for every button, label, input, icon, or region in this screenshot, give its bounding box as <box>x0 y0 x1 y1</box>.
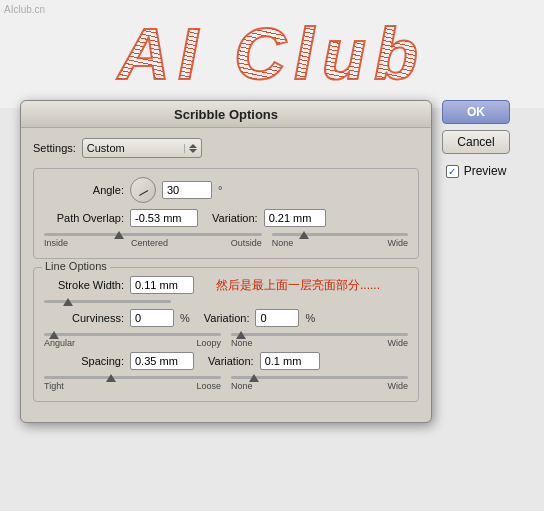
angle-unit: ° <box>218 184 222 196</box>
variation-1-thumb[interactable] <box>299 231 309 239</box>
variation-3-input[interactable] <box>260 352 320 370</box>
variation-3-thumb[interactable] <box>249 374 259 382</box>
preview-checkbox[interactable] <box>446 165 459 178</box>
line-options-group: Line Options Stroke Width: 然后是最上面一层亮面部分.… <box>33 267 419 402</box>
variation-2-slider-container: None Wide <box>231 333 408 348</box>
arrow-down-icon <box>189 149 197 153</box>
wide-label-2: Wide <box>387 338 408 348</box>
variation-3-labels: None Wide <box>231 381 408 391</box>
stroke-width-row: Stroke Width: 然后是最上面一层亮面部分...... <box>44 276 408 294</box>
curviness-thumb[interactable] <box>49 331 59 339</box>
spacing-label: Spacing: <box>44 355 124 367</box>
path-overlap-labels: Inside Centered Outside <box>44 238 262 248</box>
ai-club-logo: AI Club <box>118 13 426 95</box>
watermark: AIclub.cn <box>4 4 45 15</box>
none-label-2: None <box>231 338 253 348</box>
settings-dropdown[interactable]: Custom <box>82 138 202 158</box>
stroke-width-slider-container <box>44 300 171 303</box>
annotation-text: 然后是最上面一层亮面部分...... <box>216 277 380 294</box>
dialog-body: Settings: Custom Angle: ° <box>21 128 431 422</box>
variation-1-label: Variation: <box>212 212 258 224</box>
spacing-input[interactable] <box>130 352 194 370</box>
spacing-labels: Tight Loose <box>44 381 221 391</box>
none-label-1: None <box>272 238 294 248</box>
curviness-row: Curviness: % Variation: % <box>44 309 408 327</box>
background-area: AI Club <box>0 0 544 108</box>
curviness-unit: % <box>180 312 190 324</box>
line-options-label: Line Options <box>42 260 110 272</box>
loose-label: Loose <box>196 381 221 391</box>
curviness-track <box>44 333 221 336</box>
cancel-button[interactable]: Cancel <box>442 130 510 154</box>
variation-3-label: Variation: <box>208 355 254 367</box>
curviness-sliders-row: Angular Loopy None Wide <box>44 333 408 348</box>
path-overlap-track <box>44 233 262 236</box>
wide-label-3: Wide <box>387 381 408 391</box>
stroke-width-label: Stroke Width: <box>44 279 124 291</box>
variation-2-unit: % <box>305 312 315 324</box>
path-overlap-row: Path Overlap: Variation: <box>44 209 408 227</box>
curviness-slider-container: Angular Loopy <box>44 333 221 348</box>
dialog-buttons: OK Cancel Preview <box>442 100 510 178</box>
inside-label: Inside <box>44 238 68 248</box>
arrow-up-icon <box>189 144 197 148</box>
path-overlap-thumb[interactable] <box>114 231 124 239</box>
settings-row: Settings: Custom <box>33 138 419 158</box>
preview-label: Preview <box>464 164 507 178</box>
curviness-label: Curviness: <box>44 312 124 324</box>
stroke-width-thumb[interactable] <box>63 298 73 306</box>
variation-1-track <box>272 233 408 236</box>
wide-label-1: Wide <box>387 238 408 248</box>
curviness-input[interactable] <box>130 309 174 327</box>
outside-label: Outside <box>231 238 262 248</box>
variation-3-track <box>231 376 408 379</box>
angle-row: Angle: ° <box>44 177 408 203</box>
stroke-width-track <box>44 300 171 303</box>
sliders-row: Inside Centered Outside None Wide <box>44 233 408 248</box>
loopy-label: Loopy <box>196 338 221 348</box>
stroke-width-input[interactable] <box>130 276 194 294</box>
spacing-track <box>44 376 221 379</box>
angle-label: Angle: <box>44 184 124 196</box>
variation-2-track <box>231 333 408 336</box>
curviness-labels: Angular Loopy <box>44 338 221 348</box>
dialog-title: Scribble Options <box>21 101 431 128</box>
path-overlap-input[interactable] <box>130 209 198 227</box>
variation-2-labels: None Wide <box>231 338 408 348</box>
spacing-thumb[interactable] <box>106 374 116 382</box>
spacing-row: Spacing: Variation: <box>44 352 408 370</box>
preview-row: Preview <box>446 164 507 178</box>
angle-input[interactable] <box>162 181 212 199</box>
variation-2-label: Variation: <box>204 312 250 324</box>
variation-3-slider-container: None Wide <box>231 376 408 391</box>
variation-1-labels: None Wide <box>272 238 408 248</box>
variation-2-input[interactable] <box>255 309 299 327</box>
settings-label: Settings: <box>33 142 76 154</box>
ok-button[interactable]: OK <box>442 100 510 124</box>
path-overlap-label: Path Overlap: <box>44 212 124 224</box>
scribble-options-dialog: Scribble Options Settings: Custom Angle: <box>20 100 432 423</box>
main-settings-group: Angle: ° Path Overlap: Variation: <box>33 168 419 259</box>
variation-1-input[interactable] <box>264 209 326 227</box>
dropdown-value: Custom <box>87 142 184 154</box>
variation-1-slider-container: None Wide <box>272 233 408 248</box>
spacing-sliders-row: Tight Loose None Wide <box>44 376 408 391</box>
spacing-slider-container: Tight Loose <box>44 376 221 391</box>
path-overlap-slider-container: Inside Centered Outside <box>44 233 262 248</box>
none-label-3: None <box>231 381 253 391</box>
angle-line <box>139 190 148 196</box>
variation-2-thumb[interactable] <box>236 331 246 339</box>
dropdown-arrow <box>184 144 197 153</box>
tight-label: Tight <box>44 381 64 391</box>
centered-label: Centered <box>131 238 168 248</box>
angular-label: Angular <box>44 338 75 348</box>
angle-dial[interactable] <box>130 177 156 203</box>
